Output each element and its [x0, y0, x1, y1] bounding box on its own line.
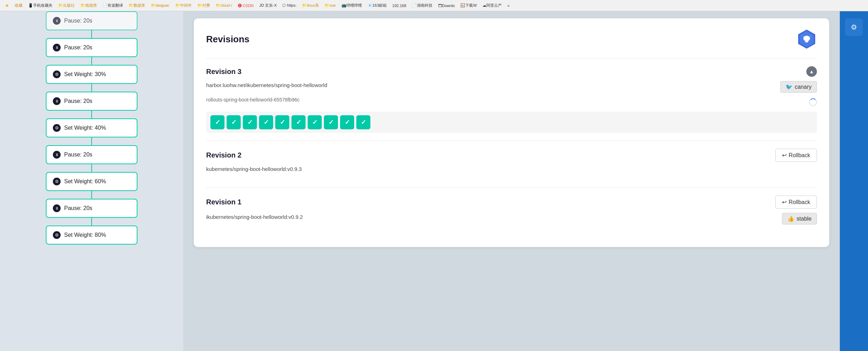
check-badge-8: ✓: [324, 115, 338, 129]
connector-2: [91, 84, 92, 92]
workflow-label-6: Pause: 20s: [64, 205, 92, 211]
bookmark-chuban[interactable]: 📁出版社: [56, 2, 77, 9]
browser-bar: ★ 收藏 📱手机收藏夹 📁出版社 📁线报类 📄有道翻译 📁数据库 📁langua…: [0, 0, 868, 11]
check-badge-6: ✓: [291, 115, 306, 129]
far-right-panel: ⚙: [840, 11, 868, 351]
bookmark-cloud[interactable]: 📁cloud r: [214, 2, 234, 8]
bookmark-aliyun[interactable]: ☁阿里云产: [480, 2, 504, 9]
check-badge-10: ✓: [356, 115, 370, 129]
connector-5: [91, 164, 92, 172]
bookmark-xiazai[interactable]: 🪟下载W: [458, 2, 479, 9]
bookmark-hunan[interactable]: 📄湖南科技: [410, 2, 435, 9]
bookmark-shujuku[interactable]: 📁数据库: [127, 2, 147, 9]
workflow-item-1[interactable]: ⚙ Set Weight: 30%: [46, 65, 137, 84]
stable-badge[interactable]: 👍 stable: [782, 213, 817, 224]
workflow-label-0: Pause: 20s: [64, 44, 92, 51]
revision-1-header-row: Revision 1 ↩ Rollback: [206, 196, 817, 209]
bookmark-github[interactable]: ⬡ https:: [280, 2, 298, 8]
revision-2-name: Revision 2: [206, 151, 241, 159]
revisions-header: Revisions: [206, 29, 817, 49]
bookmark-xianbao[interactable]: 📁线报类: [78, 2, 99, 9]
bookmark-shoucan[interactable]: 收藏: [13, 2, 25, 9]
bookmark-163mail[interactable]: 📧163邮箱: [365, 2, 389, 9]
left-panel: ⏸ Pause: 20s ⏸ Pause: 20s ⚙ Set Weight: …: [0, 11, 183, 351]
bookmark-shoujishoucan[interactable]: 📱手机收藏夹: [26, 2, 55, 9]
workflow-item-4[interactable]: ⏸ Pause: 20s: [46, 145, 137, 164]
workflow-label-3: Set Weight: 40%: [64, 125, 106, 131]
revision-1-rollback-button[interactable]: ↩ Rollback: [775, 196, 817, 209]
revision-3-hash: rollouts-spring-boot-helloworld-65578fb9…: [206, 97, 300, 103]
check-badge-9: ✓: [340, 115, 354, 129]
workflow-item-5[interactable]: ⚙ Set Weight: 60%: [46, 172, 137, 191]
check-badge-4: ✓: [259, 115, 273, 129]
connector-6: [91, 191, 92, 199]
check-badge-3: ✓: [243, 115, 257, 129]
connector-7: [91, 218, 92, 226]
revisions-title: Revisions: [206, 34, 250, 45]
canary-badge[interactable]: 🐦 canary: [780, 81, 817, 93]
rollback-label-1: Rollback: [789, 199, 810, 205]
check-badge-2: ✓: [227, 115, 241, 129]
canary-label: canary: [795, 84, 812, 90]
loading-spinner: [809, 98, 817, 106]
workflow-label-4: Pause: 20s: [64, 152, 92, 158]
chevron-up-button[interactable]: ▲: [806, 66, 817, 77]
workflow-item-6[interactable]: ⏸ Pause: 20s: [46, 199, 137, 218]
weight-icon-1: ⚙: [53, 70, 61, 78]
rollback-label-2: Rollback: [789, 152, 810, 159]
weight-icon-5: ⚙: [53, 178, 61, 185]
bookmark-bilibili[interactable]: 📺哔哩哔哩: [339, 2, 364, 9]
connector-0: [91, 30, 92, 38]
main-content: ⏸ Pause: 20s ⏸ Pause: 20s ⚙ Set Weight: …: [0, 11, 868, 351]
checks-row: ✓ ✓ ✓ ✓ ✓ ✓ ✓ ✓ ✓ ✓: [206, 112, 817, 133]
pause-icon-6: ⏸: [53, 204, 61, 212]
revision-1-image: ikubernetes/spring-boot-helloworld:v0.9.…: [206, 214, 303, 220]
revision-3-section: Revision 3 ▲ harbor.luohw.net/ikubernete…: [206, 58, 817, 141]
bookmark-fufe[interactable]: 📁付费: [195, 2, 212, 9]
pause-icon-4: ⏸: [53, 151, 61, 159]
revision-1-name: Revision 1: [206, 198, 241, 206]
bookmark-jd[interactable]: JD 京东-X: [257, 2, 279, 9]
revision-1-section: Revision 1 ↩ Rollback ikubernetes/spring…: [206, 187, 817, 236]
workflow-item-top-partial[interactable]: ⏸ Pause: 20s: [46, 11, 137, 30]
workflow-label-7: Set Weight: 80%: [64, 232, 106, 238]
rollback-icon-2: ↩: [782, 152, 787, 159]
bookmark-download[interactable]: 🗔Downlo: [436, 3, 457, 8]
bookmark-more[interactable]: »: [505, 3, 512, 8]
connector-3: [91, 111, 92, 118]
weight-icon-7: ⚙: [53, 231, 61, 239]
stable-label: stable: [796, 216, 812, 222]
workflow-item-0[interactable]: ⏸ Pause: 20s: [46, 38, 137, 57]
workflow-item-2[interactable]: ⏸ Pause: 20s: [46, 92, 137, 111]
connector-1: [91, 57, 92, 65]
revision-2-image: kubernetes/spring-boot-helloworld:v0.9.3: [206, 166, 302, 172]
svg-point-5: [805, 40, 808, 43]
weight-icon-3: ⚙: [53, 124, 61, 132]
check-badge-1: ✓: [210, 115, 224, 129]
right-panel: Revisions Revision 3: [183, 11, 840, 351]
bookmark-youdao[interactable]: 📄有道翻译: [100, 2, 125, 9]
revision-1-image-row: ikubernetes/spring-boot-helloworld:v0.9.…: [206, 213, 817, 224]
bookmark-ip[interactable]: 192.168: [390, 3, 408, 8]
revision-3-image: harbor.luohw.net/ikubernetes/spring-boot…: [206, 82, 327, 88]
pause-icon-2: ⏸: [53, 97, 61, 105]
connector-4: [91, 137, 92, 145]
bookmark-xue[interactable]: 📁xue: [322, 2, 338, 8]
bookmark-language[interactable]: 📁languac: [149, 2, 172, 8]
workflow-item-3[interactable]: ⚙ Set Weight: 40%: [46, 118, 137, 137]
pause-icon-0: ⏸: [53, 44, 61, 51]
canary-bird-icon: 🐦: [786, 84, 793, 90]
rollback-icon-1: ↩: [782, 199, 787, 205]
far-right-button[interactable]: ⚙: [845, 18, 863, 36]
bookmark-zhongjian[interactable]: 📁中间件: [173, 2, 194, 9]
revision-2-rollback-button[interactable]: ↩ Rollback: [775, 149, 817, 162]
check-badge-5: ✓: [275, 115, 289, 129]
bookmark-linux[interactable]: 📁linux系: [300, 2, 321, 9]
pause-icon-top: ⏸: [53, 17, 61, 25]
workflow-label-1: Set Weight: 30%: [64, 71, 106, 78]
argo-logo: [796, 29, 817, 49]
workflow-item-7[interactable]: ⚙ Set Weight: 80%: [46, 226, 137, 245]
revision-2-image-row: kubernetes/spring-boot-helloworld:v0.9.3: [206, 166, 817, 176]
bookmark-csdn[interactable]: 🅒 CSDN: [236, 3, 256, 8]
revision-2-header-row: Revision 2 ↩ Rollback: [206, 149, 817, 162]
